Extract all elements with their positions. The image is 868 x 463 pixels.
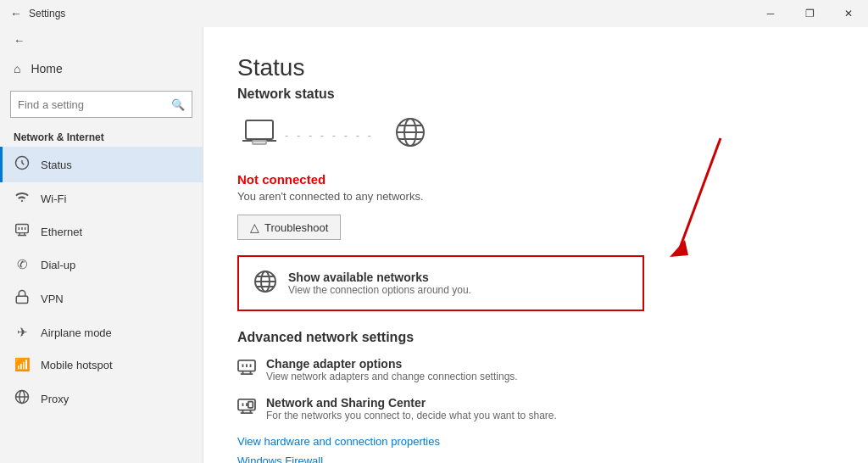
- vpn-icon: [14, 289, 31, 308]
- troubleshoot-label: Troubleshoot: [264, 221, 328, 234]
- search-box[interactable]: 🔍: [10, 91, 192, 118]
- sharing-label: Network and Sharing Center: [266, 396, 557, 410]
- titlebar-controls: ─ ❐ ✕: [751, 0, 868, 27]
- titlebar: ← Settings ─ ❐ ✕: [0, 0, 868, 27]
- hardware-link[interactable]: View hardware and connection properties: [237, 435, 834, 448]
- warning-icon: △: [250, 220, 259, 234]
- status-icon: [14, 155, 31, 174]
- sidebar-item-wifi-label: Wi-Fi: [41, 192, 66, 205]
- adapter-options-item: Change adapter options View network adap…: [237, 357, 834, 382]
- available-networks-box[interactable]: Show available networks View the connect…: [237, 255, 644, 311]
- sidebar-item-dialup[interactable]: ✆ Dial-up: [0, 248, 203, 281]
- search-input[interactable]: [18, 98, 166, 111]
- back-icon[interactable]: ←: [10, 7, 22, 20]
- search-icon: 🔍: [171, 98, 185, 111]
- sidebar-item-wifi[interactable]: Wi-Fi: [0, 182, 203, 215]
- sharing-text: Network and Sharing Center For the netwo…: [266, 396, 557, 421]
- content-area: Status Network status - - - - - - - -: [203, 27, 868, 463]
- adapter-icon: [237, 359, 256, 380]
- minimize-button[interactable]: ─: [751, 0, 790, 27]
- hotspot-icon: 📶: [14, 357, 31, 372]
- advanced-title: Advanced network settings: [237, 330, 834, 345]
- sidebar-item-status-label: Status: [41, 159, 72, 171]
- available-networks-text: Show available networks View the connect…: [288, 271, 471, 296]
- globe-icon: [393, 115, 427, 155]
- svg-rect-31: [248, 402, 253, 408]
- available-networks-label: Show available networks: [288, 271, 471, 284]
- network-diagram: - - - - - - - -: [241, 115, 834, 155]
- wifi-icon: [14, 191, 31, 206]
- sidebar-item-ethernet-label: Ethernet: [41, 226, 82, 238]
- network-status-label: Network status: [237, 86, 834, 102]
- sidebar-home-item[interactable]: ⌂ Home: [0, 53, 203, 84]
- dialup-icon: ✆: [14, 257, 31, 272]
- sidebar-section-title: Network & Internet: [0, 125, 203, 147]
- sidebar-item-status[interactable]: Status: [0, 147, 203, 182]
- home-icon: ⌂: [14, 62, 20, 75]
- svg-rect-9: [246, 120, 273, 139]
- sidebar-item-vpn[interactable]: VPN: [0, 281, 203, 316]
- proxy-icon: [14, 389, 31, 408]
- page-title: Status: [237, 54, 834, 81]
- sidebar-item-ethernet[interactable]: Ethernet: [0, 215, 203, 248]
- app-layout: ← ⌂ Home 🔍 Network & Internet Status: [0, 27, 868, 463]
- adapter-label: Change adapter options: [266, 357, 518, 371]
- airplane-icon: ✈: [14, 325, 31, 340]
- not-connected-sub: You aren't connected to any networks.: [237, 190, 834, 203]
- sidebar-item-proxy-label: Proxy: [41, 393, 69, 405]
- network-globe-icon: [253, 269, 278, 298]
- troubleshoot-button[interactable]: △ Troubleshoot: [237, 215, 341, 240]
- laptop-icon: [241, 117, 278, 153]
- sidebar-item-proxy[interactable]: Proxy: [0, 381, 203, 416]
- sharing-center-item: Network and Sharing Center For the netwo…: [237, 396, 834, 421]
- available-networks-sub: View the connection options around you.: [288, 284, 471, 296]
- sidebar-home-label: Home: [31, 62, 62, 75]
- sidebar-item-hotspot[interactable]: 📶 Mobile hotspot: [0, 349, 203, 381]
- sidebar-item-vpn-label: VPN: [41, 293, 64, 305]
- svg-rect-5: [16, 296, 28, 303]
- adapter-sub: View network adapters and change connect…: [266, 371, 518, 382]
- titlebar-left: ← Settings: [10, 7, 65, 20]
- sidebar-item-airplane[interactable]: ✈ Airplane mode: [0, 316, 203, 349]
- sharing-sub: For the networks you connect to, decide …: [266, 410, 557, 421]
- sidebar-item-hotspot-label: Mobile hotspot: [41, 359, 113, 371]
- restore-button[interactable]: ❐: [790, 0, 829, 27]
- close-button[interactable]: ✕: [829, 0, 868, 27]
- firewall-link[interactable]: Windows Firewall: [237, 455, 834, 463]
- sharing-icon: [237, 398, 256, 419]
- sidebar: ← ⌂ Home 🔍 Network & Internet Status: [0, 27, 203, 463]
- sidebar-item-airplane-label: Airplane mode: [41, 326, 112, 339]
- titlebar-title: Settings: [29, 8, 65, 20]
- svg-rect-11: [253, 141, 266, 144]
- not-connected-label: Not connected: [237, 172, 834, 187]
- ethernet-icon: [14, 223, 31, 240]
- svg-marker-18: [670, 240, 688, 257]
- back-arrow-icon: ←: [14, 34, 25, 47]
- adapter-text: Change adapter options View network adap…: [266, 357, 518, 382]
- sidebar-item-dialup-label: Dial-up: [41, 259, 75, 271]
- sidebar-back-button[interactable]: ←: [0, 27, 203, 53]
- available-networks-section: Show available networks View the connect…: [237, 255, 746, 311]
- connection-dashes: - - - - - - - -: [285, 129, 387, 142]
